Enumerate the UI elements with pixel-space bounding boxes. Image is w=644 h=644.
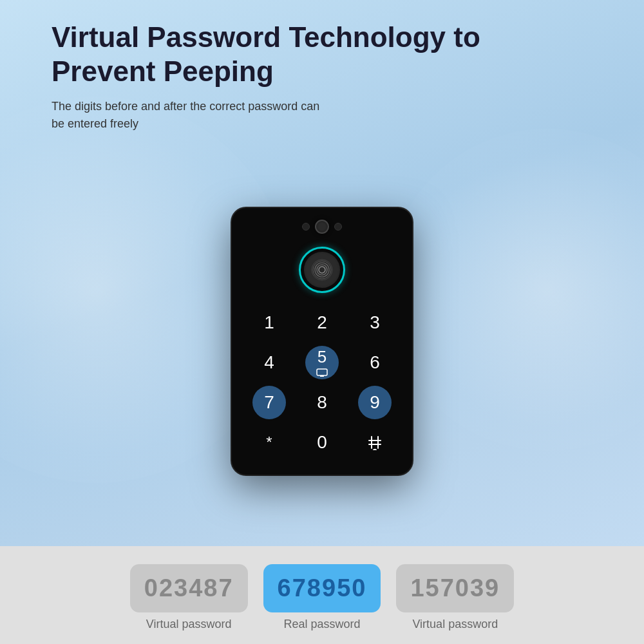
key-1[interactable]: 1	[247, 306, 291, 339]
key-star[interactable]: *	[247, 426, 291, 459]
svg-rect-10	[368, 444, 381, 445]
smart-lock-device: 1 2 3 4 5 6 7 8 9 * 0	[232, 208, 412, 475]
camera-row	[302, 220, 342, 234]
title-line1: Virtual Password Technology to	[52, 21, 480, 53]
virtual-password-1: 023487 Virtual password	[130, 564, 248, 631]
key-2[interactable]: 2	[300, 306, 344, 339]
camera-main	[315, 220, 329, 234]
svg-point-3	[313, 261, 331, 279]
hash-icon	[366, 433, 384, 451]
subtitle-line2: be entered freely	[52, 117, 138, 130]
key-6[interactable]: 6	[353, 346, 397, 379]
key-hash[interactable]	[353, 426, 397, 459]
svg-rect-7	[371, 436, 372, 449]
screen-icon	[316, 368, 328, 377]
key-3[interactable]: 3	[353, 306, 397, 339]
fingerprint-sensor[interactable]	[304, 252, 340, 288]
bottom-bar: 023487 Virtual password 678950 Real pass…	[0, 546, 644, 644]
title-line2: Prevent Peeping	[52, 55, 274, 87]
real-password: 678950 Real password	[263, 564, 381, 631]
key-9[interactable]: 9	[358, 386, 392, 419]
main-title: Virtual Password Technology to Prevent P…	[52, 21, 592, 89]
svg-rect-9	[368, 440, 381, 441]
device-area: 1 2 3 4 5 6 7 8 9 * 0	[232, 137, 412, 546]
key-0[interactable]: 0	[300, 426, 344, 459]
key-7[interactable]: 7	[252, 386, 286, 419]
virtual-password-box-2: 157039	[396, 564, 514, 612]
camera-dot-right	[334, 223, 342, 231]
camera-dot-left	[302, 223, 310, 231]
keypad: 1 2 3 4 5 6 7 8 9 * 0	[242, 306, 402, 459]
real-label: Real password	[283, 618, 360, 631]
virtual-value-2: 157039	[410, 574, 500, 602]
key-4[interactable]: 4	[247, 346, 291, 379]
main-content: Virtual Password Technology to Prevent P…	[0, 0, 644, 644]
virtual-label-2: Virtual password	[412, 618, 498, 631]
fingerprint-ring[interactable]	[299, 247, 345, 293]
subtitle-line1: The digits before and after the correct …	[52, 100, 319, 113]
subtitle: The digits before and after the correct …	[52, 98, 592, 133]
fingerprint-icon	[310, 258, 334, 281]
virtual-password-2: 157039 Virtual password	[396, 564, 514, 631]
svg-point-0	[319, 267, 325, 273]
header-section: Virtual Password Technology to Prevent P…	[0, 0, 644, 143]
svg-rect-6	[320, 375, 324, 377]
real-value: 678950	[278, 574, 367, 602]
real-password-box: 678950	[263, 564, 381, 612]
key-8[interactable]: 8	[300, 386, 344, 419]
svg-rect-5	[317, 369, 327, 375]
virtual-password-box-1: 023487	[130, 564, 248, 612]
key-5[interactable]: 5	[305, 346, 339, 379]
virtual-value-1: 023487	[144, 574, 234, 602]
virtual-label-1: Virtual password	[146, 618, 232, 631]
svg-rect-8	[377, 436, 379, 449]
